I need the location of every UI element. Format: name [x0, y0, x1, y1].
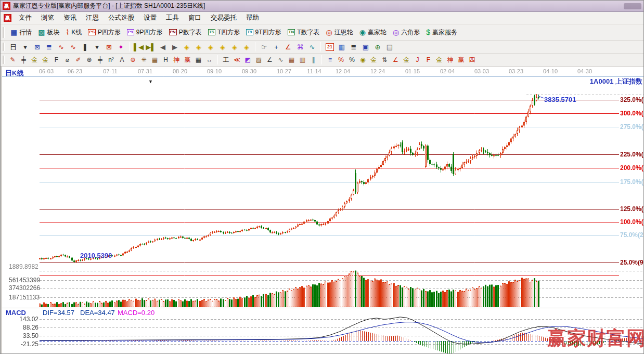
calendar-icon[interactable]: 21 [324, 42, 335, 52]
menu-item-4[interactable]: 公式选股 [104, 12, 139, 23]
menu-item-5[interactable]: 设置 [139, 12, 161, 23]
memo-icon[interactable]: ≣ [348, 42, 359, 52]
fan-square-icon[interactable]: ◩ [243, 55, 253, 65]
gold-grid2-icon[interactable]: 金 [41, 55, 50, 65]
a-line-icon[interactable]: A [117, 55, 127, 65]
toolbar-grip[interactable] [3, 27, 5, 38]
wave-tool-icon[interactable]: ∿ [306, 42, 317, 52]
next-bar-icon[interactable]: ▶ [169, 42, 180, 52]
last-bar-icon[interactable]: ▶▌ [145, 42, 156, 52]
fan-lines-icon[interactable]: ≪ [232, 55, 242, 65]
winner-wheel-button[interactable]: ◉赢家轮 [356, 27, 390, 38]
menu-item-9[interactable]: 帮助 [241, 12, 264, 23]
p-number-table-button[interactable]: PNP数字表 [166, 27, 205, 38]
gann-band-icon[interactable]: ⌘ [294, 42, 305, 52]
percent-icon[interactable]: % [347, 55, 357, 65]
menu-item-8[interactable]: 交易委托 [206, 12, 241, 23]
scale-bars-icon[interactable]: ≡ [325, 55, 335, 65]
star-web-icon[interactable]: ✳ [139, 55, 149, 65]
menu-item-6[interactable]: 工具 [161, 12, 184, 23]
gold-angle-icon[interactable]: 金 [402, 55, 411, 65]
grid-123-icon[interactable]: ▦ [194, 55, 203, 65]
span-arrows-icon[interactable]: ↔ [204, 55, 214, 65]
gold-slash-icon[interactable]: 金 [434, 55, 444, 65]
zigzag-icon[interactable]: ∿ [276, 55, 286, 65]
j-angle-icon[interactable]: J [413, 55, 422, 65]
9p-square-button[interactable]: P99P四方形 [124, 27, 165, 38]
menu-item-3[interactable]: 江恩 [81, 12, 104, 23]
delete-tool-icon[interactable]: ⊠ [104, 42, 114, 52]
candle-type-icon[interactable]: ❚ [80, 42, 91, 52]
pen-tool-icon[interactable]: ✎ [8, 55, 18, 65]
p-square-button[interactable]: PSP四方形 [85, 27, 124, 38]
parallel-lines-icon[interactable]: ∥ [308, 55, 318, 65]
period-day-icon[interactable]: 日 [8, 42, 19, 52]
menu-item-7[interactable]: 窗口 [184, 12, 206, 23]
f10-info-icon[interactable]: ≣ [44, 42, 55, 52]
ying-slash-icon[interactable]: 赢 [456, 55, 466, 65]
gold-grid-icon[interactable]: 金 [30, 55, 40, 65]
f-grid-icon[interactable]: F [51, 55, 61, 65]
t-square-button[interactable]: TST四方形 [205, 27, 243, 38]
grid-a-icon[interactable]: ▦ [287, 55, 297, 65]
comb-grid-icon[interactable]: ╪ [19, 55, 29, 65]
shen-grid-icon[interactable]: 神 [172, 55, 182, 65]
shen-slash-icon[interactable]: 神 [445, 55, 455, 65]
brush-tool-icon[interactable]: ✐ [73, 55, 83, 65]
9t-square-button[interactable]: T99T四方形 [243, 27, 284, 38]
menu-item-0[interactable]: 文件 [14, 12, 36, 23]
k-mark-icon[interactable]: Η [161, 55, 171, 65]
ying-grid-icon[interactable]: 赢 [183, 55, 192, 65]
beam-tool-icon[interactable]: 工 [221, 55, 231, 65]
sectors-button[interactable]: ▩板块 [35, 27, 62, 38]
menu-item-1[interactable]: 浏览 [36, 12, 59, 23]
grid-b-icon[interactable]: ▥ [298, 55, 307, 65]
save-icon[interactable]: ▣ [360, 42, 371, 52]
crosshair-icon[interactable]: + [271, 42, 281, 52]
n-square-icon[interactable]: n² [106, 55, 116, 65]
fan-box-icon[interactable]: ▨ [254, 55, 264, 65]
diamond-vshrink-icon[interactable]: ◈ [241, 42, 252, 52]
angle-lines-icon[interactable]: ∠ [265, 55, 275, 65]
winner-service-button[interactable]: $赢家服务 [423, 27, 460, 38]
gann-net-icon[interactable]: ⊠ [32, 42, 43, 52]
menu-item-2[interactable]: 资讯 [59, 12, 81, 23]
flag-marker-icon[interactable]: ✦ [115, 42, 126, 52]
t-number-table-button[interactable]: TNT数字表 [285, 27, 323, 38]
gold-lines-icon[interactable]: 金 [369, 55, 379, 65]
calculator-icon[interactable]: ▦ [336, 42, 347, 52]
diamond-vexpand-icon[interactable]: ◈ [229, 42, 240, 52]
si-slash-icon[interactable]: 四 [467, 55, 477, 65]
first-bar-icon[interactable]: ▌◀ [133, 42, 144, 52]
hexagon-button[interactable]: ◎六角形 [390, 27, 423, 38]
small-chart-3-icon[interactable]: ∿ [56, 42, 67, 52]
candle-type-dropdown-icon[interactable]: ▾ [92, 42, 102, 52]
sort-tool-icon[interactable]: ⇅ [380, 55, 390, 65]
net-square-icon[interactable]: ▦ [150, 55, 160, 65]
gann-wheel-button[interactable]: ◎江恩轮 [323, 27, 356, 38]
kline-button[interactable]: ⌇K线 [62, 27, 85, 38]
prev-bar-icon[interactable]: ◀ [157, 42, 168, 52]
small-chart-9-icon[interactable]: ∿ [68, 42, 79, 52]
gold-circle-icon[interactable]: ◉ [358, 55, 368, 65]
spiral-tool-icon[interactable]: ⌀ [62, 55, 72, 65]
period-dropdown-icon[interactable]: ▾ [20, 42, 31, 52]
chart-canvas[interactable] [2, 67, 644, 354]
toolbar-grip[interactable] [3, 56, 5, 64]
diamond-hshrink-icon[interactable]: ◈ [217, 42, 228, 52]
a-angle-icon[interactable]: ∠ [391, 55, 401, 65]
quotes-button[interactable]: ▦行情 [7, 27, 35, 38]
f-angle-icon[interactable]: F [423, 55, 433, 65]
title-bar[interactable]: 赢 赢家江恩专业版[赢家内部服务平台] - [上证指数 SH1A0001-235… [1, 1, 643, 12]
diamond-right-icon[interactable]: ◈ [193, 42, 204, 52]
diamond-left-icon[interactable]: ◈ [181, 42, 192, 52]
target-circle-icon[interactable]: ⊕ [128, 55, 138, 65]
web-refresh-icon[interactable]: ⊕ [372, 42, 383, 52]
comb2-grid-icon[interactable]: ╪ [95, 55, 105, 65]
toolbar-grip[interactable] [3, 43, 5, 51]
hand-drag-icon[interactable]: ☞ [259, 42, 269, 52]
cycle-circle-icon[interactable]: ⊛ [84, 55, 94, 65]
diamond-hexpand-icon[interactable]: ◈ [205, 42, 216, 52]
percent-retrace-icon[interactable]: % [336, 55, 346, 65]
window-controls[interactable] [624, 3, 641, 9]
